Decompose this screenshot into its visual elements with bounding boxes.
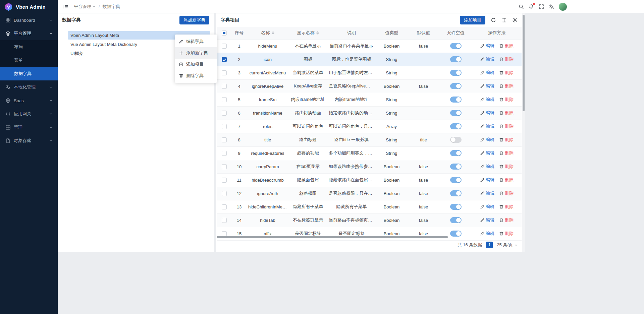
sort-icon[interactable] [316, 31, 319, 35]
allow-empty-toggle[interactable] [450, 217, 462, 223]
vertical-scrollbar[interactable] [522, 13, 525, 252]
sort-icon[interactable] [272, 31, 274, 35]
delete-row-button[interactable]: 删除 [499, 83, 514, 89]
row-checkbox[interactable] [222, 204, 227, 209]
table-row[interactable]: 2icon图标图标，也是菜单图标String编辑删除 [217, 53, 522, 66]
sidebar-item-localization[interactable]: 本地化管理 [0, 80, 58, 94]
table-row[interactable]: 1hideMenu不在菜单显示当前路由不再菜单显示Booleanfalse编辑删… [217, 39, 522, 53]
edit-row-button[interactable]: 编辑 [480, 70, 494, 76]
row-checkbox[interactable] [222, 57, 227, 62]
table-row[interactable]: 13hideChildrenInMenu隐藏所有子菜单隐藏所有子菜单Boolea… [217, 200, 522, 213]
row-checkbox[interactable] [222, 44, 227, 49]
allow-empty-toggle[interactable] [450, 97, 462, 103]
delete-row-button[interactable]: 删除 [499, 150, 514, 156]
delete-row-button[interactable]: 删除 [499, 97, 514, 103]
edit-row-button[interactable]: 编辑 [480, 43, 494, 49]
table-row[interactable]: 9requiredFeatures必要的功能多个功能间用英文，分隔String编… [217, 146, 522, 160]
table-row[interactable]: 7roles可以访问的角色可以访问的角色，只在...Array编辑删除 [217, 120, 522, 133]
allow-empty-toggle[interactable] [450, 177, 462, 183]
search-icon[interactable] [519, 4, 524, 9]
table-row[interactable]: 10carryParam在tab页显示如果该路由会携带参数...Booleanf… [217, 160, 522, 173]
edit-row-button[interactable]: 编辑 [480, 123, 494, 129]
allow-empty-toggle[interactable] [450, 70, 462, 76]
allow-empty-toggle[interactable] [450, 43, 462, 49]
table-row[interactable]: 11hideBreadcrumb隐藏面包屑隐藏该路由在面包屑上...Boolea… [217, 173, 522, 187]
user-avatar[interactable] [559, 3, 567, 11]
column-settings-icon[interactable] [501, 17, 507, 23]
edit-row-button[interactable]: 编辑 [480, 217, 494, 223]
context-menu-item-1[interactable]: 添加新字典 [175, 47, 217, 59]
allow-empty-toggle[interactable] [450, 123, 462, 129]
allow-empty-toggle[interactable] [450, 56, 462, 62]
edit-row-button[interactable]: 编辑 [480, 177, 494, 183]
row-checkbox[interactable] [222, 84, 227, 89]
sidebar-item-saas[interactable]: Saas [0, 94, 58, 107]
context-menu-item-0[interactable]: 编辑字典 [175, 36, 217, 47]
edit-row-button[interactable]: 编辑 [480, 204, 494, 210]
allow-empty-toggle[interactable] [450, 231, 462, 237]
sidebar-item-menu[interactable]: 菜单 [0, 54, 58, 67]
sidebar-collapse-icon[interactable] [63, 4, 68, 9]
edit-row-button[interactable]: 编辑 [480, 56, 494, 62]
sidebar-item-object-storage[interactable]: 对象存储 [0, 134, 58, 147]
vertical-scrollbar-thumb[interactable] [523, 15, 525, 111]
edit-row-button[interactable]: 编辑 [480, 231, 494, 237]
delete-row-button[interactable]: 删除 [499, 137, 514, 143]
allow-empty-toggle[interactable] [450, 190, 462, 196]
delete-row-button[interactable]: 删除 [499, 70, 514, 76]
table-row[interactable]: 12ignoreAuth忽略权限是否忽略权限，只在权...Booleanfals… [217, 187, 522, 200]
sidebar-item-platform-management[interactable]: 平台管理 [0, 27, 58, 40]
table-settings-gear-icon[interactable] [512, 17, 518, 23]
row-checkbox[interactable] [222, 124, 227, 129]
delete-row-button[interactable]: 删除 [499, 110, 514, 116]
row-checkbox[interactable] [222, 231, 227, 236]
pagination-page-1[interactable]: 1 [486, 242, 493, 248]
select-all-checkbox[interactable] [222, 30, 227, 36]
edit-row-button[interactable]: 编辑 [480, 190, 494, 196]
edit-row-button[interactable]: 编辑 [480, 83, 494, 89]
allow-empty-toggle[interactable] [450, 110, 462, 116]
delete-row-button[interactable]: 删除 [499, 164, 514, 170]
context-menu-item-3[interactable]: 删除字典 [175, 70, 217, 81]
fullscreen-icon[interactable] [539, 4, 544, 9]
edit-row-button[interactable]: 编辑 [480, 150, 494, 156]
horizontal-scrollbar[interactable] [217, 236, 448, 238]
row-checkbox[interactable] [222, 70, 227, 75]
row-checkbox[interactable] [222, 218, 227, 223]
row-checkbox[interactable] [222, 164, 227, 169]
allow-empty-toggle[interactable] [450, 164, 462, 170]
allow-empty-toggle[interactable] [450, 204, 462, 210]
sidebar-item-layout[interactable]: 布局 [0, 40, 58, 54]
notification-icon[interactable] [529, 4, 534, 9]
delete-row-button[interactable]: 删除 [499, 123, 514, 129]
edit-row-button[interactable]: 编辑 [480, 164, 494, 170]
delete-row-button[interactable]: 删除 [499, 231, 514, 237]
delete-row-button[interactable]: 删除 [499, 190, 514, 196]
breadcrumb-platform-management[interactable]: 平台管理 [74, 4, 96, 10]
row-checkbox[interactable] [222, 151, 227, 156]
delete-row-button[interactable]: 删除 [499, 177, 514, 183]
add-item-button[interactable]: 添加项目 [460, 16, 485, 24]
row-checkbox[interactable] [222, 97, 227, 102]
app-logo[interactable]: Vben Admin [0, 0, 58, 13]
table-row[interactable]: 8title路由标题路由title 一般必填Stringtitle编辑删除 [217, 133, 522, 146]
sidebar-item-management[interactable]: 管理 [0, 121, 58, 134]
table-row[interactable]: 4ignoreKeepAliveKeepAlive缓存是否忽略KeepAlive… [217, 79, 522, 93]
page-size-select[interactable]: 25 条/页 [497, 242, 518, 248]
row-checkbox[interactable] [222, 178, 227, 183]
context-menu-item-2[interactable]: 添加项目 [175, 59, 217, 70]
edit-row-button[interactable]: 编辑 [480, 110, 494, 116]
edit-row-button[interactable]: 编辑 [480, 97, 494, 103]
table-row[interactable]: 6transitionName路由切换动画指定该路由切换的动画名String编辑… [217, 106, 522, 120]
allow-empty-toggle[interactable] [450, 83, 462, 89]
sidebar-item-app-gateway[interactable]: 应用网关 [0, 107, 58, 121]
table-row[interactable]: 3currentActiveMenu当前激活的菜单用于配置详情页时左侧...St… [217, 66, 522, 79]
table-row[interactable]: 5frameSrc内嵌iframe的地址内嵌iframe的地址String编辑删… [217, 93, 522, 106]
row-checkbox[interactable] [222, 111, 227, 116]
delete-row-button[interactable]: 删除 [499, 56, 514, 62]
row-checkbox[interactable] [222, 191, 227, 196]
table-row[interactable]: 14hideTab不在标签页显示当前路由不再标签页显示Booleanfalse编… [217, 213, 522, 227]
delete-row-button[interactable]: 删除 [499, 217, 514, 223]
sidebar-item-data-dictionary[interactable]: 数据字典 [0, 67, 58, 80]
delete-row-button[interactable]: 删除 [499, 204, 514, 210]
